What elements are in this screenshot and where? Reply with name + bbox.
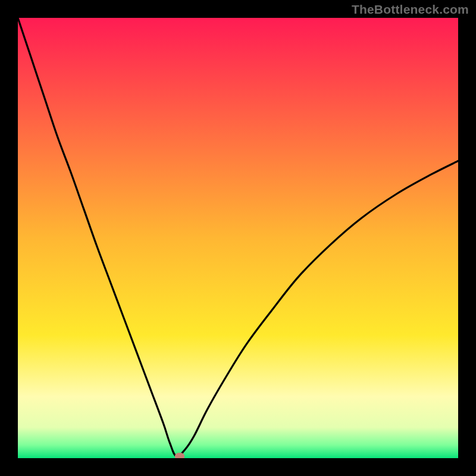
chart-curve (18, 18, 458, 458)
chart-marker-point (175, 453, 184, 458)
watermark-text: TheBottleneck.com (352, 2, 469, 17)
stage: TheBottleneck.com (0, 0, 476, 476)
chart-plot-area (18, 18, 458, 458)
